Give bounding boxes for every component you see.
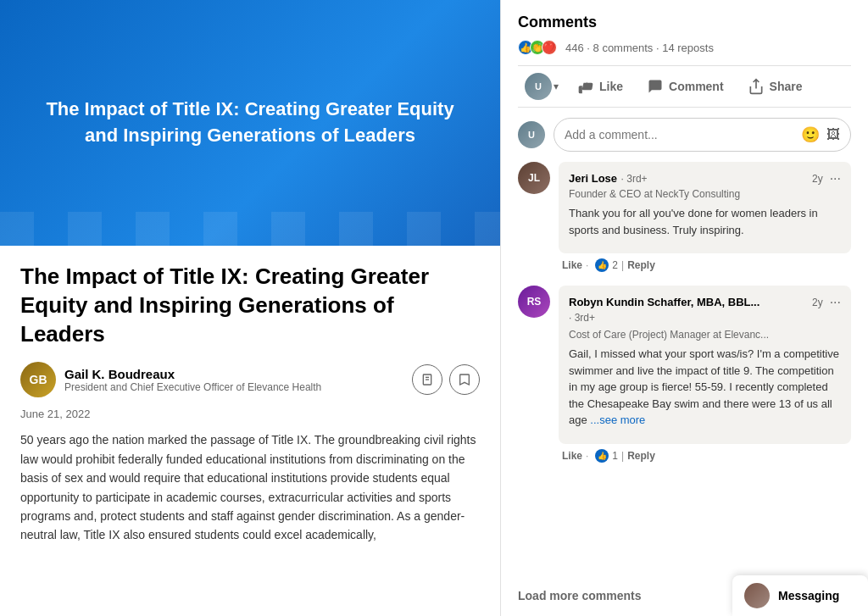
save-button[interactable] bbox=[412, 364, 442, 395]
comment-subtitle-2b: Cost of Care (Project) Manager at Elevan… bbox=[569, 329, 841, 341]
comment-input[interactable] bbox=[565, 128, 794, 142]
comment-text-1: Thank you for all you've done for women … bbox=[569, 205, 841, 238]
like-icon bbox=[577, 78, 594, 95]
reaction-icons: 👍 👏 ❤️ bbox=[518, 40, 554, 55]
image-icon[interactable]: 🖼 bbox=[826, 127, 840, 142]
comment-button[interactable]: Comment bbox=[635, 71, 736, 102]
comment-input-row: U 🙂 🖼 bbox=[501, 118, 868, 162]
comment-like-btn-2[interactable]: Like bbox=[562, 450, 582, 462]
comment-actions-2: Like · 👍 1 | Reply bbox=[559, 449, 851, 463]
like-label: Like bbox=[599, 80, 623, 93]
commenter-avatar: U bbox=[518, 121, 545, 148]
comment-item-2: RS Robyn Kundin Schaffer, MBA, BBL... 2y… bbox=[518, 286, 851, 463]
comments-list: JL Jeri Lose · 3rd+ 2y ··· bbox=[501, 162, 868, 582]
comment-meta-2: 2y ··· bbox=[812, 295, 841, 310]
article-body-text: 50 years ago the nation marked the passa… bbox=[20, 430, 480, 544]
comment-name-2: Robyn Kundin Schaffer, MBA, BBL... bbox=[569, 294, 760, 309]
comment-like-icon-1: 👍 bbox=[595, 258, 609, 272]
comments-title: Comments bbox=[518, 14, 851, 31]
article-hero-image: The Impact of Title IX: Creating Greater… bbox=[0, 0, 500, 246]
comment-like-icon-2: 👍 bbox=[595, 449, 609, 463]
reactions-row: 👍 👏 ❤️ 446 · 8 comments · 14 reposts bbox=[518, 40, 851, 55]
comment-more-icon-2[interactable]: ··· bbox=[830, 295, 841, 310]
comment-bubble-2: Robyn Kundin Schaffer, MBA, BBL... 2y ··… bbox=[559, 286, 851, 444]
comments-panel: Comments 👍 👏 ❤️ 446 · 8 comments · 14 re… bbox=[500, 0, 868, 616]
comment-bubble-1: Jeri Lose · 3rd+ 2y ··· Founder & CEO at… bbox=[559, 162, 851, 253]
article-main-title: The Impact of Title IX: Creating Greater… bbox=[20, 263, 480, 348]
comment-text-2: Gail, I missed what your sport was/is? I… bbox=[569, 346, 841, 429]
hero-title: The Impact of Title IX: Creating Greater… bbox=[34, 97, 466, 149]
comment-input-wrapper[interactable]: 🙂 🖼 bbox=[554, 118, 851, 152]
emoji-icon[interactable]: 🙂 bbox=[801, 125, 820, 144]
user-avatar-action[interactable]: U ▾ bbox=[518, 69, 565, 103]
avatar-chevron-icon: ▾ bbox=[554, 80, 559, 92]
messaging-avatar bbox=[744, 583, 770, 608]
article-date: June 21, 2022 bbox=[20, 408, 480, 420]
action-bar: U ▾ Like Comment Share bbox=[518, 65, 851, 108]
comment-actions-1: Like · 👍 2 | Reply bbox=[559, 258, 851, 272]
reactions-count: 446 · 8 comments · 14 reposts bbox=[565, 42, 714, 54]
commenter-avatar-jeri: JL bbox=[518, 162, 550, 194]
comment-icon bbox=[647, 78, 664, 95]
commenter-avatar-robyn: RS bbox=[518, 286, 550, 318]
bookmark-button[interactable] bbox=[449, 364, 480, 395]
like-button[interactable]: Like bbox=[565, 71, 635, 102]
article-panel: The Impact of Title IX: Creating Greater… bbox=[0, 0, 500, 616]
author-actions bbox=[412, 364, 480, 395]
comment-item: JL Jeri Lose · 3rd+ 2y ··· bbox=[518, 162, 851, 272]
messaging-label: Messaging bbox=[778, 589, 839, 602]
comment-reply-btn-2[interactable]: Reply bbox=[627, 450, 655, 462]
author-info: GB Gail K. Boudreaux President and Chief… bbox=[20, 362, 321, 397]
share-label: Share bbox=[770, 80, 803, 93]
comment-more-icon-1[interactable]: ··· bbox=[830, 171, 841, 186]
comments-header: Comments 👍 👏 ❤️ 446 · 8 comments · 14 re… bbox=[501, 0, 868, 65]
comment-meta-1: 2y ··· bbox=[812, 171, 841, 186]
messaging-widget[interactable]: Messaging bbox=[732, 575, 868, 616]
heart-reaction-icon: ❤️ bbox=[542, 40, 557, 55]
share-button[interactable]: Share bbox=[736, 71, 815, 102]
author-job-title: President and Chief Executive Officer of… bbox=[64, 381, 321, 393]
comment-subtitle-2: · 3rd+ bbox=[569, 312, 841, 324]
share-icon bbox=[748, 78, 765, 95]
author-avatar: GB bbox=[20, 362, 56, 397]
comment-reply-btn-1[interactable]: Reply bbox=[627, 259, 655, 271]
current-user-avatar: U bbox=[525, 73, 552, 100]
comment-label: Comment bbox=[669, 80, 724, 93]
comment-subtitle-1: Founder & CEO at NeckTy Consulting bbox=[569, 188, 841, 200]
comment-like-btn-1[interactable]: Like bbox=[562, 259, 582, 271]
see-more-link-2[interactable]: ...see more bbox=[590, 413, 645, 426]
comment-name-1: Jeri Lose · 3rd+ bbox=[569, 170, 648, 186]
author-row: GB Gail K. Boudreaux President and Chief… bbox=[20, 362, 480, 397]
author-name: Gail K. Boudreaux bbox=[64, 367, 321, 381]
